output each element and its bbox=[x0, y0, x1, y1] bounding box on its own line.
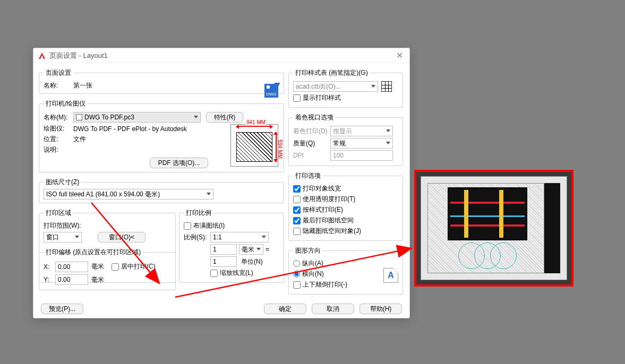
printer-name-label: 名称(M): bbox=[44, 113, 73, 122]
cancel-button[interactable]: 取消 bbox=[312, 304, 354, 314]
dwg-icon: DWG bbox=[264, 84, 278, 98]
printer-group: 打印机/绘图仪 名称(M): DWG To PDF.pc3 特性(R) 绘图仪:… bbox=[39, 99, 284, 172]
group-legend: 图形方向 bbox=[293, 246, 323, 255]
scale-units-input[interactable] bbox=[210, 256, 237, 267]
scale-units-label: 单位(N) bbox=[241, 257, 263, 266]
y-input[interactable] bbox=[55, 274, 88, 285]
autocad-icon bbox=[38, 51, 46, 60]
where-value: 文件 bbox=[73, 135, 86, 144]
scale-mm-unit-select[interactable]: 毫米 bbox=[239, 244, 263, 255]
group-legend: 打印区域 bbox=[44, 209, 73, 218]
where-label: 位置: bbox=[44, 135, 73, 144]
dpi-label: DPI bbox=[293, 152, 330, 159]
plot-option-checkbox[interactable]: 最后打印图纸空间 bbox=[293, 216, 398, 225]
preview-button[interactable]: 预览(P)... bbox=[41, 304, 83, 314]
plot-option-checkbox[interactable]: 打印对象线宽 bbox=[293, 184, 398, 193]
plot-style-group: 打印样式表 (画笔指定)(G) acad.ctb页(O)... 显示打印样式 bbox=[288, 68, 403, 108]
paper-size-group: 图纸尺寸(Z) ISO full bleed A1 (841.00 x 594.… bbox=[39, 178, 284, 203]
dpi-input bbox=[330, 150, 393, 161]
pdf-options-button[interactable]: PDF 选项(O)... bbox=[150, 158, 208, 168]
group-legend: 打印比例 bbox=[184, 209, 213, 218]
x-input[interactable] bbox=[55, 262, 88, 272]
edit-table-icon[interactable] bbox=[381, 81, 392, 92]
orientation-group: 图形方向 纵向(A) 横向(N) 上下颠倒打印(-) A bbox=[288, 246, 403, 294]
shade-plot-label: 着色打印(D) bbox=[293, 127, 330, 136]
dialog-title: 页面设置 - Layout1 bbox=[49, 51, 394, 60]
group-legend: 打印选项 bbox=[293, 171, 323, 180]
fit-to-paper-checkbox[interactable]: 布满图纸(I) bbox=[184, 221, 279, 230]
upside-down-checkbox[interactable]: 上下颠倒打印(-) bbox=[293, 280, 398, 289]
plotter-value: DWG To PDF - PDF ePlot - by Autodesk bbox=[73, 125, 187, 133]
paper-size-select[interactable]: ISO full bleed A1 (841.00 x 594.00 毫米) bbox=[44, 189, 213, 200]
printer-small-icon bbox=[76, 114, 82, 120]
plot-option-checkbox[interactable]: 使用透明度打印(T) bbox=[293, 195, 398, 204]
portrait-radio[interactable]: 纵向(A) bbox=[293, 259, 398, 268]
dialog-footer: 预览(P)... 确定 取消 帮助(H) bbox=[33, 300, 409, 318]
name-label: 名称: bbox=[44, 81, 73, 90]
scale-equals: = bbox=[266, 246, 269, 253]
close-icon[interactable]: ✕ bbox=[394, 50, 405, 60]
plot-style-select[interactable]: acad.ctb页(O)... bbox=[293, 81, 378, 92]
x-label: X: bbox=[44, 263, 55, 271]
printer-name-select[interactable]: DWG To PDF.pc3 bbox=[73, 112, 201, 123]
paper-preview: 841 MM 594 MM bbox=[230, 124, 278, 167]
quality-select[interactable]: 常规 bbox=[330, 138, 393, 149]
group-legend: 打印样式表 (画笔指定)(G) bbox=[293, 68, 370, 77]
group-legend: 图纸尺寸(Z) bbox=[44, 178, 81, 187]
shade-plot-select: 按显示 bbox=[330, 126, 393, 136]
quality-label: 质量(Q) bbox=[293, 139, 330, 148]
plot-offset-group: 打印偏移 (原点设置在可打印区域) X: 毫米 居中打印(C) Y: 毫米 bbox=[39, 248, 176, 290]
plotter-label: 绘图仪: bbox=[44, 124, 73, 133]
shaded-viewport-group: 着色视口选项 着色打印(D)按显示 质量(Q)常规 DPI bbox=[288, 113, 403, 166]
landscape-radio[interactable]: 横向(N) bbox=[293, 270, 398, 279]
scale-select[interactable]: 1:1 bbox=[210, 232, 269, 242]
orientation-icon: A bbox=[383, 268, 398, 283]
page-setup-group: 页面设置 名称: 第一张 DWG bbox=[39, 68, 284, 94]
name-value: 第一张 bbox=[73, 81, 92, 90]
plot-what-label: 打印范围(W): bbox=[44, 221, 81, 230]
drawing-preview-thumbnail bbox=[414, 170, 573, 287]
display-plot-styles-checkbox[interactable]: 显示打印样式 bbox=[293, 93, 398, 102]
window-button[interactable]: 窗口(O)< bbox=[98, 232, 145, 242]
scale-lineweights-checkbox[interactable]: 缩放线宽(L) bbox=[210, 268, 279, 278]
plot-option-checkbox[interactable]: 按样式打印(E) bbox=[293, 205, 398, 214]
group-legend: 打印机/绘图仪 bbox=[44, 99, 88, 108]
y-label: Y: bbox=[44, 276, 55, 283]
plot-scale-group: 打印比例 布满图纸(I) 比例(S): 1:1 毫米 = bbox=[179, 209, 284, 283]
desc-label: 说明: bbox=[44, 145, 73, 154]
group-legend: 着色视口选项 bbox=[293, 113, 336, 122]
printer-properties-button[interactable]: 特性(R) bbox=[206, 112, 243, 123]
titlebar: 页面设置 - Layout1 ✕ bbox=[33, 48, 409, 63]
help-button[interactable]: 帮助(H) bbox=[359, 304, 402, 314]
group-legend: 页面设置 bbox=[44, 68, 73, 77]
scale-mm-input[interactable] bbox=[210, 244, 237, 255]
plot-what-select[interactable]: 窗口 bbox=[44, 232, 82, 242]
ok-button[interactable]: 确定 bbox=[264, 304, 306, 314]
plot-options-group: 打印选项 打印对象线宽使用透明度打印(T)按样式打印(E)最后打印图纸空间隐藏图… bbox=[288, 171, 403, 241]
group-legend: 打印偏移 (原点设置在可打印区域) bbox=[44, 248, 143, 257]
center-plot-checkbox[interactable]: 居中打印(C) bbox=[112, 262, 156, 271]
scale-label: 比例(S): bbox=[184, 233, 210, 242]
page-setup-dialog: 页面设置 - Layout1 ✕ 页面设置 名称: 第一张 DWG 打印机/绘图… bbox=[33, 48, 410, 318]
plot-option-checkbox[interactable]: 隐藏图纸空间对象(J) bbox=[293, 227, 398, 236]
